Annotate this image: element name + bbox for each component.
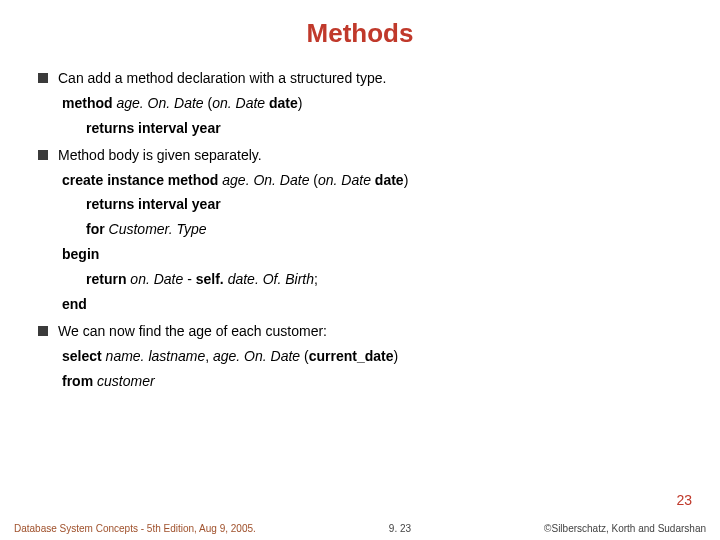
code-line: end bbox=[38, 295, 690, 314]
slide-content: Can add a method declaration with a stru… bbox=[0, 69, 720, 391]
bullet-item: Method body is given separately. bbox=[38, 146, 690, 165]
bullet-item: Can add a method declaration with a stru… bbox=[38, 69, 690, 88]
code-line: begin bbox=[38, 245, 690, 264]
footer: Database System Concepts - 5th Edition, … bbox=[0, 523, 720, 534]
code-line: from customer bbox=[38, 372, 690, 391]
square-bullet-icon bbox=[38, 326, 48, 336]
slide-title: Methods bbox=[0, 18, 720, 49]
square-bullet-icon bbox=[38, 73, 48, 83]
bullet-item: We can now find the age of each customer… bbox=[38, 322, 690, 341]
code-line: return on. Date - self. date. Of. Birth; bbox=[38, 270, 690, 289]
code-line: method age. On. Date (on. Date date) bbox=[38, 94, 690, 113]
code-line: returns interval year bbox=[38, 195, 690, 214]
footer-right: ©Silberschatz, Korth and Sudarshan bbox=[544, 523, 706, 534]
page-number: 23 bbox=[676, 492, 692, 508]
square-bullet-icon bbox=[38, 150, 48, 160]
code-line: returns interval year bbox=[38, 119, 690, 138]
bullet-lead: Method body is given separately. bbox=[58, 146, 262, 165]
footer-center: 9. 23 bbox=[256, 523, 544, 534]
code-line: create instance method age. On. Date (on… bbox=[38, 171, 690, 190]
footer-left: Database System Concepts - 5th Edition, … bbox=[14, 523, 256, 534]
code-line: for Customer. Type bbox=[38, 220, 690, 239]
bullet-lead: We can now find the age of each customer… bbox=[58, 322, 327, 341]
bullet-lead: Can add a method declaration with a stru… bbox=[58, 69, 386, 88]
code-line: select name. lastname, age. On. Date (cu… bbox=[38, 347, 690, 366]
